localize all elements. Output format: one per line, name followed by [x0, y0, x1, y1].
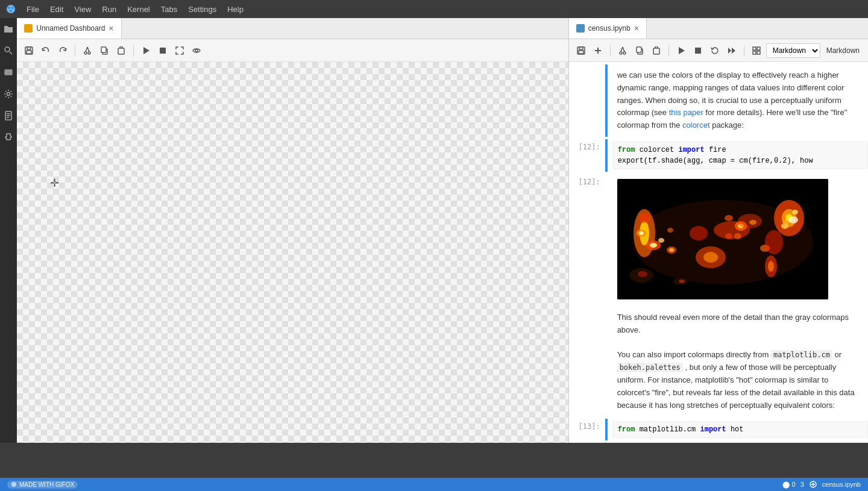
- cell-13-body[interactable]: from matplotlib.cm import hot: [612, 419, 868, 440]
- status-circle: ⬤ 0: [782, 481, 795, 489]
- notebook-tab[interactable]: census.ipynb ×: [569, 18, 647, 39]
- fullscreen-button[interactable]: [172, 43, 187, 58]
- menu-tabs[interactable]: Tabs: [156, 4, 182, 15]
- gifox-label: MADE WITH GIFOX: [19, 481, 74, 488]
- menu-view[interactable]: View: [69, 4, 96, 15]
- kernel-select[interactable]: Markdown Python: [766, 43, 820, 58]
- undo-button[interactable]: [39, 43, 53, 58]
- cell-12-output-border: [605, 174, 608, 304]
- nb-copy-button[interactable]: [632, 43, 647, 58]
- notebook-tab-icon: [576, 24, 585, 33]
- activity-gear-icon[interactable]: [2, 88, 14, 100]
- stop-button[interactable]: [156, 43, 170, 58]
- status-left: MADE WITH GIFOX: [7, 481, 78, 489]
- redo-button[interactable]: [55, 43, 70, 58]
- menu-run[interactable]: Run: [97, 4, 121, 15]
- usa-map-visualization: [617, 179, 828, 299]
- svg-point-32: [620, 52, 622, 54]
- svg-point-2: [11, 7, 14, 9]
- nb-paste-button[interactable]: [649, 43, 664, 58]
- notebook-toolbar: Markdown Python Markdown: [569, 39, 868, 62]
- cell-12-body[interactable]: from colorcet import fire export(tf.shad…: [612, 139, 868, 172]
- cell-13-border: [605, 419, 608, 440]
- toolbar-sep-1: [75, 45, 75, 56]
- svg-rect-40: [695, 48, 701, 54]
- kw-from-2: from: [618, 425, 635, 434]
- svg-point-55: [638, 213, 650, 223]
- menu-settings[interactable]: Settings: [183, 4, 221, 15]
- activity-layers-icon[interactable]: [2, 66, 14, 78]
- svg-point-83: [638, 271, 647, 277]
- dashboard-tab[interactable]: Unnamed Dashboard ×: [17, 18, 121, 39]
- link-colorcet[interactable]: colorcet: [682, 120, 710, 130]
- menu-edit[interactable]: Edit: [45, 4, 68, 15]
- save-button[interactable]: [22, 43, 36, 58]
- code-cell-12: from colorcet import fire export(tf.shad…: [612, 142, 868, 169]
- run-button[interactable]: [139, 43, 153, 58]
- code-name-hot: hot: [726, 425, 744, 434]
- activity-page-icon[interactable]: [2, 110, 14, 122]
- nb-cell-text-post-map: This should reveal even more of the deta…: [569, 307, 868, 416]
- cell-12-output-body: [612, 174, 868, 304]
- nb-add-button[interactable]: [591, 43, 605, 58]
- text-can-also: You can also import colormaps directly f…: [617, 350, 769, 359]
- svg-point-56: [690, 226, 708, 240]
- app-logo: [5, 3, 17, 15]
- preview-button[interactable]: [189, 43, 204, 58]
- menu-file[interactable]: File: [22, 4, 44, 15]
- dashboard-tab-close[interactable]: ×: [108, 24, 113, 33]
- svg-rect-25: [160, 48, 166, 54]
- nb-toolbar-sep-3: [744, 45, 744, 56]
- cell-post-body: This should reveal even more of the deta…: [612, 307, 868, 416]
- toolbar-sep-2: [133, 45, 134, 56]
- nb-fastforward-button[interactable]: [725, 43, 739, 58]
- svg-point-26: [195, 49, 198, 52]
- svg-point-1: [8, 7, 10, 9]
- status-icon: [809, 480, 817, 489]
- menu-help[interactable]: Help: [222, 4, 248, 15]
- svg-line-34: [621, 47, 623, 52]
- svg-rect-44: [757, 47, 760, 50]
- activity-search-icon[interactable]: [2, 45, 14, 57]
- nb-save-button[interactable]: [574, 43, 588, 58]
- nb-grid-button[interactable]: [749, 43, 764, 58]
- cell-post-gutter: [569, 307, 605, 416]
- nb-cut-button[interactable]: [615, 43, 630, 58]
- svg-rect-22: [101, 47, 106, 52]
- notebook-tab-close[interactable]: ×: [634, 24, 639, 33]
- status-number: 3: [800, 481, 804, 488]
- cell-12-border: [605, 139, 608, 172]
- text-after-link: package:: [710, 120, 744, 130]
- dashboard-canvas[interactable]: ✛: [17, 62, 568, 443]
- activity-puzzle-icon[interactable]: [2, 131, 14, 143]
- svg-rect-6: [5, 70, 12, 71]
- copy-button[interactable]: [97, 43, 112, 58]
- svg-point-77: [658, 238, 664, 243]
- nb-run-button[interactable]: [674, 43, 688, 58]
- svg-marker-42: [732, 48, 735, 54]
- nb-toolbar-sep-1: [610, 45, 611, 56]
- status-filename: census.ipynb: [822, 481, 861, 488]
- svg-point-79: [725, 215, 733, 221]
- cut-button[interactable]: [80, 43, 95, 58]
- cell-12-output: [612, 177, 868, 302]
- nb-stop-button[interactable]: [691, 43, 705, 58]
- cursor-crosshair: ✛: [50, 177, 59, 190]
- menu-kernel[interactable]: Kernel: [122, 4, 155, 15]
- nb-restart-button[interactable]: [708, 43, 722, 58]
- activity-folder-icon[interactable]: [2, 23, 14, 35]
- svg-point-74: [783, 220, 789, 225]
- svg-marker-39: [679, 47, 685, 54]
- notebook-content: we can use the colors of the display to …: [569, 62, 868, 443]
- svg-rect-7: [5, 72, 12, 73]
- svg-point-58: [703, 252, 718, 263]
- svg-line-20: [87, 47, 89, 52]
- svg-rect-46: [757, 51, 760, 54]
- svg-point-70: [768, 261, 774, 272]
- paste-button[interactable]: [114, 43, 128, 58]
- link-this-paper[interactable]: this paper: [669, 108, 703, 117]
- svg-point-65: [788, 216, 798, 224]
- dashboard-tab-icon: [24, 24, 33, 33]
- code-matplotlib-cm: matplotlib.cm: [771, 350, 832, 360]
- svg-point-3: [10, 10, 12, 12]
